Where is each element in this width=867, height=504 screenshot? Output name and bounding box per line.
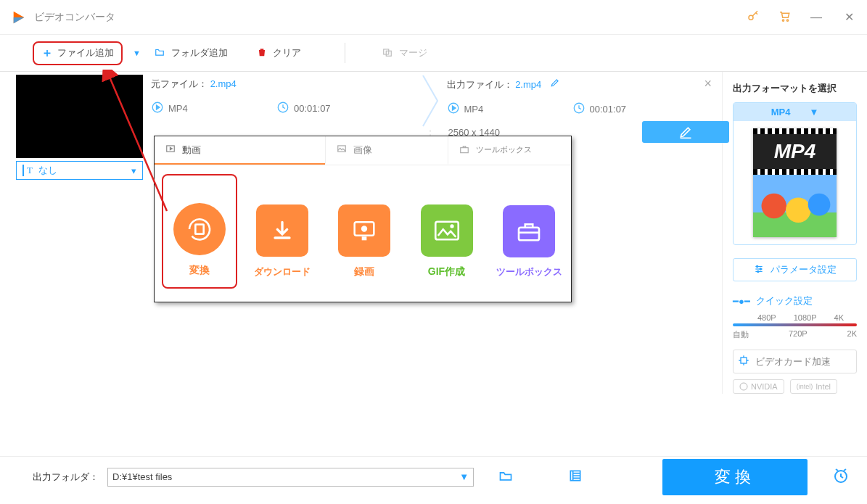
format-label: MP4 — [771, 107, 791, 117]
out-format: MP4 — [464, 104, 484, 115]
card-gif-label: GIF作成 — [428, 265, 465, 278]
separator — [345, 43, 345, 63]
merge-button[interactable]: マージ — [382, 46, 427, 59]
intel-badge: (intel)Intel — [790, 379, 837, 394]
trash-icon — [257, 46, 267, 60]
briefcase-icon — [459, 144, 470, 156]
intel-text: Intel — [815, 382, 831, 391]
close-button[interactable]: ✕ — [842, 10, 856, 24]
subtitle-label: なし — [38, 164, 57, 177]
param-settings-button[interactable]: パラメータ設定 — [733, 258, 857, 281]
image-icon — [336, 144, 348, 156]
download-icon — [256, 205, 308, 257]
clear-button[interactable]: クリア — [257, 46, 301, 60]
plus-icon: ＋ — [41, 46, 53, 61]
toolbar: ＋ ファイル追加 ▼ フォルダ追加 クリア マージ — [15, 35, 867, 71]
chevron-down-icon: ▼ — [459, 471, 469, 482]
format-preview: MP4 — [753, 128, 837, 237]
record-icon — [338, 205, 390, 257]
output-path: D:¥1¥test files — [112, 471, 172, 482]
output-folder-select[interactable]: D:¥1¥test files ▼ — [107, 468, 474, 487]
res-2k: 2K — [847, 329, 857, 340]
res-480p: 480P — [757, 313, 776, 322]
resolution-slider[interactable]: 480P1080P4K 自動720P2K — [733, 313, 857, 338]
svg-rect-20 — [741, 358, 747, 363]
out-duration: 00:01:07 — [590, 104, 627, 115]
add-folder-button[interactable]: フォルダ追加 — [154, 46, 228, 59]
card-convert[interactable]: 変換 — [162, 174, 237, 289]
param-label: パラメータ設定 — [771, 263, 837, 276]
nvidia-text: NVIDIA — [751, 382, 778, 391]
svg-point-13 — [808, 194, 831, 216]
clear-label: クリア — [273, 46, 301, 59]
titlebar: ビデオコンバータ ― ✕ — [0, 0, 867, 35]
cart-icon[interactable] — [778, 9, 791, 25]
convert-button[interactable]: 変換 — [662, 459, 808, 495]
svg-point-21 — [740, 383, 747, 390]
media-info-button[interactable] — [567, 468, 584, 485]
remove-file-button[interactable]: × — [704, 76, 712, 91]
open-folder-button[interactable] — [497, 468, 514, 485]
add-file-button[interactable]: ＋ ファイル追加 — [33, 41, 123, 65]
svg-rect-24 — [461, 147, 469, 152]
chevron-down-icon: ▾ — [131, 165, 136, 176]
svg-point-17 — [757, 265, 758, 267]
tools-popup: 動画 画像 ツールボックス 変換 ダウンロード 録画 GIF作成 — [154, 136, 572, 302]
svg-point-2 — [786, 20, 788, 21]
clock-icon — [572, 102, 585, 117]
folder-icon — [154, 47, 165, 59]
toolbox-icon — [503, 205, 555, 257]
card-record[interactable]: 録画 — [326, 174, 402, 289]
res-1080p: 1080P — [794, 313, 817, 322]
add-file-label: ファイル追加 — [57, 46, 114, 59]
tab-toolbox-label: ツールボックス — [476, 144, 532, 155]
convert-btn-label: 変換 — [715, 466, 755, 488]
card-gif[interactable]: GIF作成 — [409, 174, 485, 289]
video-thumbnail[interactable] — [16, 75, 143, 158]
src-format: MP4 — [168, 103, 188, 114]
output-folder-label: 出力フォルダ： — [33, 471, 99, 484]
svg-point-28 — [361, 226, 367, 231]
src-prefix: 元ファイル： — [151, 78, 207, 89]
chevron-down-icon: ▼ — [809, 107, 818, 117]
format-text: MP4 — [753, 134, 837, 169]
minimize-button[interactable]: ― — [809, 11, 823, 24]
edit-name-icon[interactable] — [550, 79, 560, 90]
card-convert-label: 変換 — [189, 264, 210, 277]
svg-rect-26 — [197, 226, 203, 234]
svg-point-19 — [757, 270, 759, 272]
merge-icon — [382, 47, 393, 59]
card-download[interactable]: ダウンロード — [245, 174, 320, 289]
quick-text: クイック設定 — [756, 294, 813, 307]
merge-label: マージ — [399, 46, 427, 59]
bottom-bar: 出力フォルダ： D:¥1¥test files ▼ 変換 — [0, 456, 867, 497]
subtitle-select[interactable]: T なし ▾ — [16, 161, 143, 180]
add-file-dropdown[interactable]: ▼ — [133, 49, 141, 57]
tab-video-label: 動画 — [182, 144, 201, 157]
src-filename: 2.mp4 — [210, 78, 237, 89]
app-logo — [11, 9, 27, 25]
svg-point-31 — [450, 224, 453, 228]
popup-tab-toolbox[interactable]: ツールボックス — [448, 136, 571, 165]
convert-icon — [173, 203, 226, 255]
svg-point-12 — [786, 198, 811, 223]
res-720p: 720P — [789, 329, 808, 340]
popup-tab-image[interactable]: 画像 — [325, 136, 448, 165]
res-4k: 4K — [834, 313, 844, 322]
popup-tab-video[interactable]: 動画 — [155, 136, 325, 165]
gpu-accel-button[interactable]: ビデオカード加速 — [733, 350, 857, 373]
gpu-label: ビデオカード加速 — [755, 355, 831, 368]
add-folder-label: フォルダ追加 — [171, 46, 228, 59]
format-selector[interactable]: MP4▼ MP4 — [733, 102, 857, 245]
card-toolbox[interactable]: ツールボックス — [491, 174, 567, 289]
sidebar: 出力フォーマットを選択 MP4▼ MP4 パラメータ設定 ━●━クイック設定 4… — [722, 72, 867, 394]
svg-rect-32 — [519, 228, 539, 241]
key-icon[interactable] — [747, 9, 760, 25]
quick-settings-label: ━●━クイック設定 — [733, 294, 857, 307]
edit-button[interactable] — [642, 121, 729, 143]
svg-point-11 — [762, 194, 787, 219]
schedule-button[interactable] — [832, 467, 850, 487]
video-icon — [151, 101, 164, 116]
svg-point-18 — [760, 268, 761, 269]
src-duration: 00:01:07 — [294, 103, 331, 114]
